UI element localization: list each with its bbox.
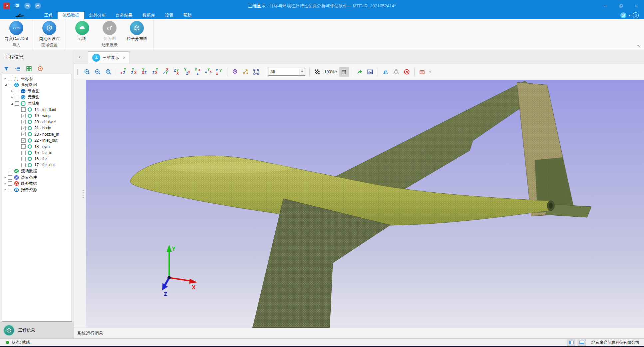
visibility-checkbox[interactable]: [21, 163, 26, 167]
grid-view-button[interactable]: [26, 66, 32, 72]
view-bottom-button[interactable]: ZYX: [172, 67, 182, 77]
tree-item[interactable]: ▶元素集: [2, 94, 72, 101]
visibility-checkbox[interactable]: [8, 175, 12, 180]
expand-icon[interactable]: ▶: [3, 188, 8, 191]
viewport-3d[interactable]: Y X Z: [86, 80, 644, 328]
close-button[interactable]: [629, 0, 644, 12]
panel-footer-tab[interactable]: 工程信息: [0, 322, 74, 338]
layout-toggle-horizontal[interactable]: [577, 339, 586, 346]
ribbon-button-cas[interactable]: cas导入Cas/Dat: [3, 21, 29, 42]
tree-item[interactable]: ▶红外数据: [2, 181, 72, 187]
section-box-button[interactable]: [417, 67, 427, 77]
tree-item[interactable]: 21 - body: [2, 125, 72, 131]
view-iso-1-button[interactable]: YZx: [183, 67, 192, 77]
minimize-button[interactable]: [598, 0, 613, 12]
visibility-checkbox[interactable]: [21, 157, 26, 161]
tree-item[interactable]: ▶报告资源: [2, 187, 72, 193]
expand-icon[interactable]: ▶: [10, 90, 14, 92]
collapse-icon[interactable]: ◢: [10, 102, 14, 105]
export-view-button[interactable]: [355, 67, 364, 77]
box-select-button[interactable]: [251, 67, 261, 77]
view-right-button[interactable]: ZXY: [151, 67, 161, 77]
mirror-display-button[interactable]: [381, 67, 390, 77]
tree-item[interactable]: ▶边界条件: [2, 174, 72, 181]
visibility-checkbox[interactable]: [21, 126, 26, 130]
zoom-level-dropdown[interactable]: 100%▾: [323, 70, 338, 74]
menu-item-流场数据[interactable]: 流场数据: [58, 12, 84, 19]
visibility-checkbox[interactable]: [21, 138, 26, 143]
tree-item[interactable]: 22 - inlet_out: [2, 137, 72, 144]
tree-item[interactable]: ◢面域集: [2, 100, 72, 107]
ribbon-button-cloud[interactable]: 云图: [69, 21, 95, 42]
tree-item[interactable]: ▶Yzx坐标系: [2, 76, 72, 82]
tree-item[interactable]: 23 - nozzle_in: [2, 131, 72, 138]
menu-item-工程[interactable]: 工程: [39, 12, 58, 19]
zoom-out-button[interactable]: [93, 67, 103, 77]
menu-item-红外结果[interactable]: 红外结果: [111, 12, 138, 19]
undo-button[interactable]: [24, 3, 31, 9]
tree-item[interactable]: 14 - int_fluid: [2, 107, 72, 113]
view-back-button[interactable]: YZX: [130, 67, 139, 77]
expand-icon[interactable]: ▶: [3, 176, 8, 179]
visibility-checkbox[interactable]: [21, 107, 26, 112]
save-button[interactable]: [14, 3, 20, 9]
tab-close-icon[interactable]: ×: [123, 55, 126, 60]
tree-item[interactable]: 17 - far_out: [2, 162, 72, 168]
visibility-checkbox[interactable]: [8, 181, 12, 186]
app-icon[interactable]: [3, 3, 10, 9]
list-settings-button[interactable]: [15, 66, 21, 72]
filter-button[interactable]: [3, 66, 9, 72]
tab-3d-view[interactable]: 三维显示 ×: [88, 51, 130, 64]
run-window-button[interactable]: [620, 12, 626, 18]
layout-toggle-vertical[interactable]: [567, 339, 575, 346]
ring-nodes-button[interactable]: [391, 67, 401, 77]
view-iso-2-button[interactable]: Yxz: [193, 67, 203, 77]
expand-icon[interactable]: ▶: [3, 77, 8, 80]
tree-item[interactable]: 流场数据: [2, 168, 72, 175]
tab-scroll-left[interactable]: ‹: [74, 50, 85, 64]
tree-item[interactable]: 18 - sym: [2, 144, 72, 150]
visibility-checkbox[interactable]: [21, 151, 26, 155]
chevron-down-icon[interactable]: ˅: [428, 70, 433, 74]
locate-target-button[interactable]: [37, 66, 43, 72]
visibility-checkbox[interactable]: [15, 101, 19, 106]
visibility-checkbox[interactable]: [8, 188, 12, 192]
visibility-checkbox[interactable]: [21, 114, 26, 118]
menu-item-设置[interactable]: 设置: [160, 12, 178, 19]
chevron-down-icon[interactable]: ▾: [299, 68, 305, 75]
toolbar-drag-handle[interactable]: [77, 69, 79, 75]
help-book-button[interactable]: [633, 12, 639, 18]
grid-toggle-button[interactable]: [339, 67, 349, 77]
collapse-icon[interactable]: ◢: [3, 83, 8, 86]
visibility-checkbox[interactable]: [21, 144, 26, 149]
menu-item-数据库[interactable]: 数据库: [138, 12, 160, 19]
visibility-checkbox[interactable]: [8, 169, 12, 173]
menu-item-红外分析[interactable]: 红外分析: [84, 12, 111, 19]
ribbon-button-particle[interactable]: 粒子分布图: [124, 21, 150, 42]
delete-item-button[interactable]: [402, 67, 412, 77]
tree-item[interactable]: 16 - far: [2, 156, 72, 162]
panel-splitter[interactable]: [74, 80, 86, 328]
visibility-checkbox[interactable]: [21, 120, 26, 124]
ribbon-collapse-button[interactable]: [637, 45, 640, 47]
zoom-in-button[interactable]: [82, 67, 92, 77]
particle-display-button[interactable]: [241, 67, 250, 77]
redo-button[interactable]: [35, 3, 41, 9]
tree-item[interactable]: ▶节点集: [2, 88, 72, 94]
view-front-button[interactable]: xZY: [119, 67, 129, 77]
view-iso-3-button[interactable]: zYx: [204, 67, 214, 77]
display-filter-select[interactable]: All▾: [268, 68, 305, 76]
snapshot-button[interactable]: [365, 67, 375, 77]
tree-item[interactable]: 20 - chuiwei: [2, 119, 72, 125]
expand-icon[interactable]: ▶: [10, 96, 14, 99]
tree-item[interactable]: 15 - far_in: [2, 150, 72, 156]
maximize-button[interactable]: [613, 0, 629, 12]
transparency-button[interactable]: [312, 67, 322, 77]
tree-item[interactable]: ◢几何数据: [2, 82, 72, 88]
tree-item[interactable]: 19 - wing: [2, 113, 72, 119]
menu-item-帮助[interactable]: 帮助: [178, 12, 197, 19]
visibility-checkbox[interactable]: [21, 132, 26, 136]
expand-icon[interactable]: ▶: [3, 182, 8, 185]
visibility-checkbox[interactable]: [15, 95, 19, 99]
camera-view-button[interactable]: [230, 67, 240, 77]
